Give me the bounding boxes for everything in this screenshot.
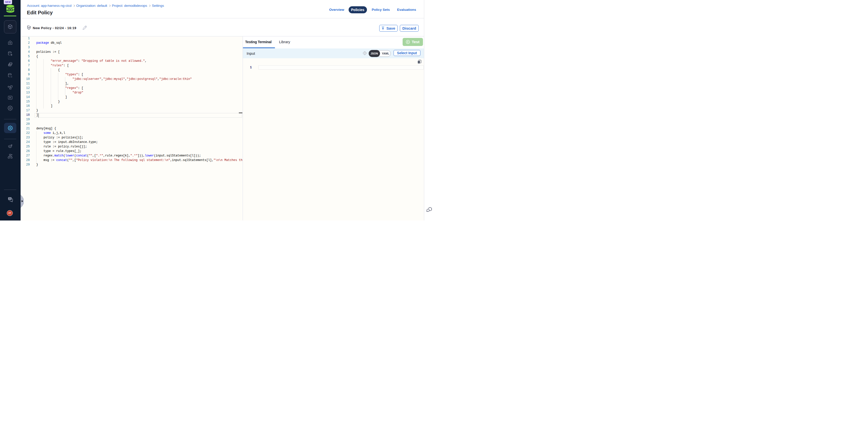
svg-text:?: ? [9, 197, 10, 200]
